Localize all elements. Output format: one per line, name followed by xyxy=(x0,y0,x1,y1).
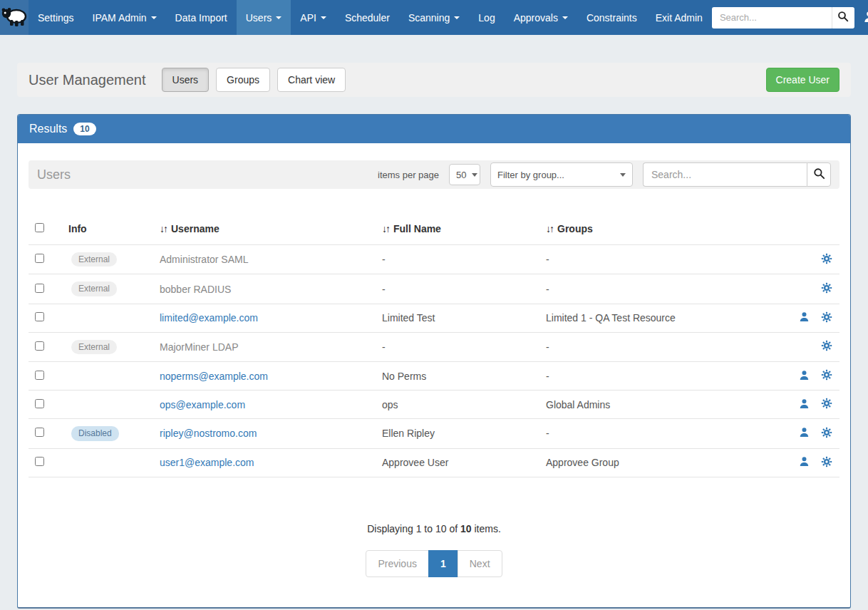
row-checkbox[interactable] xyxy=(35,284,44,293)
navbar-search-group xyxy=(712,7,854,29)
nav-item-users[interactable]: Users xyxy=(237,0,291,35)
nav-item-approvals[interactable]: Approvals xyxy=(505,0,577,35)
nav-item-label: Constraints xyxy=(587,12,637,24)
username-text: MajorMiner LDAP xyxy=(160,341,238,353)
chevron-down-icon xyxy=(562,16,568,19)
tab-chart-view[interactable]: Chart view xyxy=(277,68,346,92)
user-profile-icon[interactable] xyxy=(799,311,810,324)
col-header-groups[interactable]: ↓↑Groups xyxy=(540,214,754,245)
groups: - xyxy=(540,362,754,391)
nav-item-label: Scheduler xyxy=(345,12,390,24)
nav-item-label: Data Import xyxy=(175,12,227,24)
nav-item-ipam-admin[interactable]: IPAM Admin xyxy=(83,0,166,35)
col-header-username[interactable]: ↓↑Username xyxy=(154,214,376,245)
settings-gear-icon[interactable] xyxy=(821,456,832,470)
items-per-page-select[interactable]: 50 xyxy=(449,164,480,185)
nav-item-settings[interactable]: Settings xyxy=(29,0,83,35)
top-navbar: SettingsIPAM AdminData ImportUsersAPISch… xyxy=(0,0,868,35)
view-tabs: UsersGroupsChart view xyxy=(162,68,346,92)
row-checkbox[interactable] xyxy=(35,254,44,263)
groups: Limited 1 - QA Test Resource xyxy=(540,304,754,332)
items-per-page-label: items per page xyxy=(378,170,439,180)
user-profile-icon[interactable] xyxy=(799,427,810,440)
full-name: No Perms xyxy=(376,362,540,391)
username-text: Administrator SAML xyxy=(160,254,248,265)
full-name: ops xyxy=(376,391,540,419)
sort-icon: ↓↑ xyxy=(160,223,167,234)
groups: Approvee Group xyxy=(540,448,754,477)
user-profile-icon[interactable] xyxy=(799,456,810,469)
username-link[interactable]: limited@example.com xyxy=(160,312,258,324)
select-all-checkbox[interactable] xyxy=(35,223,44,232)
app-logo[interactable] xyxy=(0,0,29,35)
page-1-button[interactable]: 1 xyxy=(428,550,458,577)
chevron-down-icon xyxy=(454,16,460,19)
navbar-search-button[interactable] xyxy=(832,7,854,29)
full-name: - xyxy=(376,245,540,274)
settings-gear-icon[interactable] xyxy=(821,253,832,267)
settings-gear-icon[interactable] xyxy=(821,340,832,353)
user-profile-icon[interactable] xyxy=(799,370,810,383)
tab-groups[interactable]: Groups xyxy=(216,68,270,92)
create-user-button[interactable]: Create User xyxy=(766,68,839,92)
table-search-group xyxy=(643,162,831,187)
username-text: bobber RADIUS xyxy=(160,284,231,295)
row-checkbox[interactable] xyxy=(35,457,44,466)
toolbar-title: Users xyxy=(37,167,71,182)
groups: - xyxy=(540,274,754,304)
row-checkbox[interactable] xyxy=(35,371,44,380)
status-badge: External xyxy=(71,281,117,296)
row-checkbox[interactable] xyxy=(35,312,44,321)
row-checkbox[interactable] xyxy=(35,428,44,437)
settings-gear-icon[interactable] xyxy=(821,398,832,411)
pagination: Previous 1 Next xyxy=(29,550,839,577)
username-link[interactable]: noperms@example.com xyxy=(160,371,268,382)
chevron-down-icon xyxy=(321,16,326,19)
previous-page-button[interactable]: Previous xyxy=(366,550,428,577)
results-panel: Results 10 Users items per page 50 Filte… xyxy=(17,114,851,609)
nav-item-api[interactable]: API xyxy=(291,0,336,35)
items-per-page-value: 50 xyxy=(456,170,466,180)
user-avatar-icon xyxy=(863,11,868,25)
results-panel-heading: Results 10 xyxy=(18,115,850,143)
row-checkbox[interactable] xyxy=(35,399,44,408)
col-header-full-name[interactable]: ↓↑Full Name xyxy=(376,214,540,245)
nav-item-log[interactable]: Log xyxy=(469,0,504,35)
tab-users[interactable]: Users xyxy=(162,68,210,92)
navbar-search-input[interactable] xyxy=(712,7,832,29)
nav-item-label: Scanning xyxy=(408,12,450,24)
results-count-badge: 10 xyxy=(73,123,95,135)
settings-gear-icon[interactable] xyxy=(821,427,832,440)
nav-item-label: Approvals xyxy=(514,12,558,24)
username-link[interactable]: ops@example.com xyxy=(160,399,245,410)
settings-gear-icon[interactable] xyxy=(821,311,832,325)
nav-item-label: Settings xyxy=(38,12,74,24)
status-badge: External xyxy=(71,340,117,354)
page-title: User Management xyxy=(29,72,146,88)
search-icon xyxy=(813,167,825,182)
full-name: Approvee User xyxy=(376,448,540,477)
next-page-button[interactable]: Next xyxy=(458,550,502,577)
nav-item-data-import[interactable]: Data Import xyxy=(166,0,237,35)
row-checkbox[interactable] xyxy=(35,341,44,351)
full-name: Ellen Ripley xyxy=(376,419,540,448)
table-search-input[interactable] xyxy=(643,162,807,187)
settings-gear-icon[interactable] xyxy=(821,282,832,296)
nav-item-constraints[interactable]: Constraints xyxy=(577,0,646,35)
groups: Global Admins xyxy=(540,391,754,419)
sort-icon: ↓↑ xyxy=(546,223,553,234)
groups: - xyxy=(540,332,754,361)
username-link[interactable]: ripley@nostromo.com xyxy=(160,428,257,439)
account-menu[interactable] xyxy=(863,11,868,25)
table-search-button[interactable] xyxy=(807,162,831,187)
user-profile-icon[interactable] xyxy=(799,398,810,411)
nav-item-label: IPAM Admin xyxy=(93,12,147,24)
username-link[interactable]: user1@example.com xyxy=(160,457,254,468)
nav-item-scanning[interactable]: Scanning xyxy=(399,0,469,35)
nav-item-exit-admin[interactable]: Exit Admin xyxy=(646,0,712,35)
sort-icon: ↓↑ xyxy=(382,223,389,234)
settings-gear-icon[interactable] xyxy=(821,369,832,383)
group-filter-select[interactable]: Filter by group... xyxy=(490,162,633,187)
navbar-menu: SettingsIPAM AdminData ImportUsersAPISch… xyxy=(29,0,712,35)
nav-item-scheduler[interactable]: Scheduler xyxy=(336,0,399,35)
